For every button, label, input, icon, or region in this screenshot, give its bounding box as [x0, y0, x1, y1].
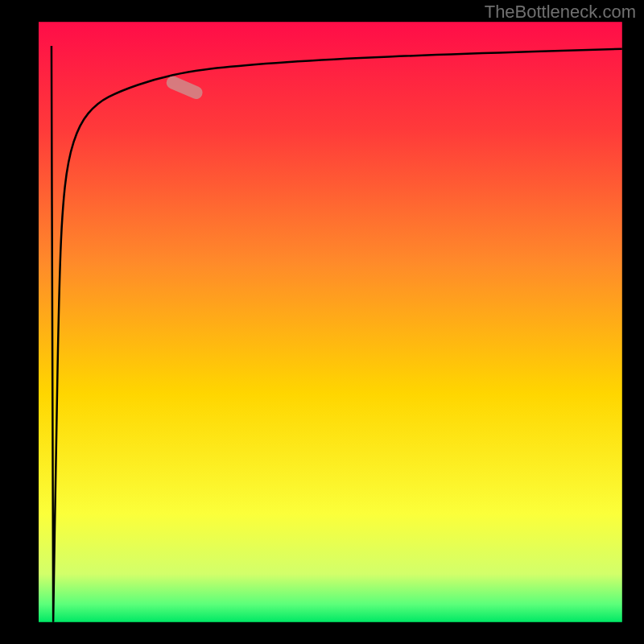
bottleneck-chart	[0, 0, 644, 644]
chart-frame: TheBottleneck.com	[0, 0, 644, 644]
plot-area	[39, 22, 622, 622]
attribution-watermark: TheBottleneck.com	[485, 2, 636, 23]
